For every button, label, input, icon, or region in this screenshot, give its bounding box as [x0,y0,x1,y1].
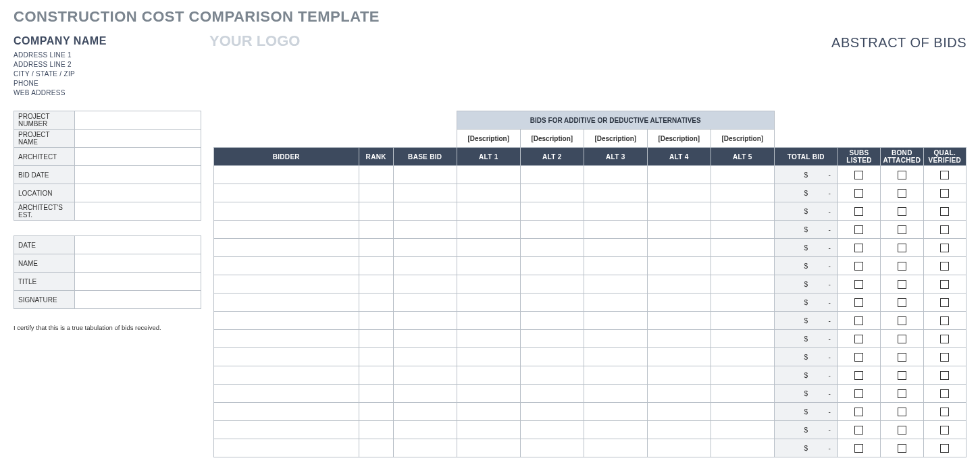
rank-cell[interactable] [359,403,393,421]
subs-listed-cell[interactable] [837,202,880,221]
alt-cell[interactable] [647,330,711,348]
rank-cell[interactable] [359,184,393,202]
checkbox-icon[interactable] [854,389,863,398]
qual-verified-cell[interactable] [923,312,966,330]
base-bid-cell[interactable] [393,239,457,257]
checkbox-icon[interactable] [940,444,949,453]
bond-attached-cell[interactable] [881,366,923,385]
subs-listed-cell[interactable] [837,184,880,202]
subs-listed-cell[interactable] [837,366,880,385]
alt-cell[interactable] [711,439,774,457]
bidder-cell[interactable] [214,294,359,312]
alt-cell[interactable] [520,330,584,348]
checkbox-icon[interactable] [898,207,906,216]
checkbox-icon[interactable] [854,298,863,307]
info-value[interactable] [75,130,201,148]
bond-attached-cell[interactable] [881,348,923,366]
alt-cell[interactable] [520,184,584,202]
alt-cell[interactable] [647,366,711,385]
checkbox-icon[interactable] [898,262,906,271]
subs-listed-cell[interactable] [837,385,880,403]
alt-cell[interactable] [457,221,520,239]
checkbox-icon[interactable] [940,371,949,380]
checkbox-icon[interactable] [940,262,949,271]
alt-cell[interactable] [457,166,520,184]
alt-cell[interactable] [457,257,520,275]
bond-attached-cell[interactable] [881,330,923,348]
rank-cell[interactable] [359,312,393,330]
info-value[interactable] [75,166,201,184]
alt-cell[interactable] [711,239,774,257]
checkbox-icon[interactable] [854,171,863,179]
checkbox-icon[interactable] [898,189,906,198]
alt-cell[interactable] [584,421,647,439]
checkbox-icon[interactable] [898,444,906,453]
subs-listed-cell[interactable] [837,403,880,421]
alt-description[interactable]: [Description] [584,130,647,148]
rank-cell[interactable] [359,202,393,221]
alt-cell[interactable] [711,312,774,330]
alt-cell[interactable] [520,421,584,439]
rank-cell[interactable] [359,366,393,385]
base-bid-cell[interactable] [393,403,457,421]
checkbox-icon[interactable] [898,371,906,380]
base-bid-cell[interactable] [393,221,457,239]
qual-verified-cell[interactable] [923,275,966,294]
alt-cell[interactable] [711,294,774,312]
rank-cell[interactable] [359,439,393,457]
bond-attached-cell[interactable] [881,439,923,457]
qual-verified-cell[interactable] [923,348,966,366]
base-bid-cell[interactable] [393,202,457,221]
sig-value[interactable] [75,236,201,254]
alt-cell[interactable] [584,330,647,348]
checkbox-icon[interactable] [898,225,906,234]
rank-cell[interactable] [359,330,393,348]
alt-cell[interactable] [520,403,584,421]
alt-cell[interactable] [457,275,520,294]
alt-cell[interactable] [711,221,774,239]
checkbox-icon[interactable] [940,280,949,289]
alt-cell[interactable] [647,348,711,366]
bond-attached-cell[interactable] [881,221,923,239]
alt-cell[interactable] [520,312,584,330]
subs-listed-cell[interactable] [837,275,880,294]
checkbox-icon[interactable] [898,408,906,416]
alt-description[interactable]: [Description] [520,130,584,148]
alt-cell[interactable] [520,439,584,457]
alt-cell[interactable] [711,348,774,366]
alt-cell[interactable] [520,348,584,366]
bidder-cell[interactable] [214,184,359,202]
alt-cell[interactable] [584,403,647,421]
checkbox-icon[interactable] [854,371,863,380]
sig-value[interactable] [75,254,201,273]
rank-cell[interactable] [359,348,393,366]
alt-cell[interactable] [711,385,774,403]
bidder-cell[interactable] [214,221,359,239]
checkbox-icon[interactable] [854,244,863,252]
checkbox-icon[interactable] [940,316,949,325]
alt-cell[interactable] [584,312,647,330]
qual-verified-cell[interactable] [923,166,966,184]
bidder-cell[interactable] [214,439,359,457]
alt-cell[interactable] [647,312,711,330]
subs-listed-cell[interactable] [837,294,880,312]
alt-cell[interactable] [520,366,584,385]
qual-verified-cell[interactable] [923,403,966,421]
bond-attached-cell[interactable] [881,403,923,421]
alt-cell[interactable] [711,202,774,221]
checkbox-icon[interactable] [940,298,949,307]
bond-attached-cell[interactable] [881,421,923,439]
checkbox-icon[interactable] [898,335,906,343]
base-bid-cell[interactable] [393,421,457,439]
bidder-cell[interactable] [214,239,359,257]
checkbox-icon[interactable] [940,389,949,398]
info-value[interactable] [75,111,201,130]
alt-cell[interactable] [647,294,711,312]
bidder-cell[interactable] [214,348,359,366]
base-bid-cell[interactable] [393,439,457,457]
rank-cell[interactable] [359,294,393,312]
alt-cell[interactable] [711,421,774,439]
alt-cell[interactable] [457,184,520,202]
bond-attached-cell[interactable] [881,257,923,275]
qual-verified-cell[interactable] [923,294,966,312]
